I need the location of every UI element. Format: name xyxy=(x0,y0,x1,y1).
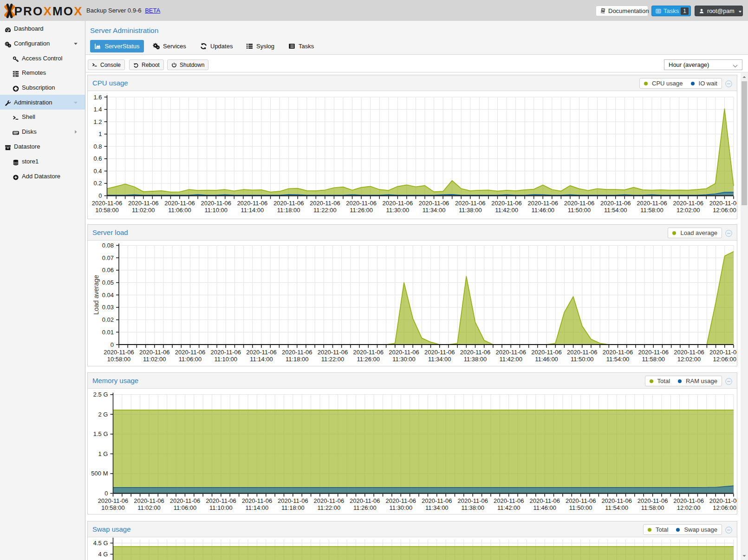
svg-text:2020-11-06: 2020-11-06 xyxy=(567,349,598,356)
svg-text:0.2: 0.2 xyxy=(93,180,102,187)
svg-text:2020-11-06: 2020-11-06 xyxy=(242,497,273,504)
svg-text:2020-11-06: 2020-11-06 xyxy=(175,349,206,356)
svg-text:2020-11-06: 2020-11-06 xyxy=(673,200,703,207)
svg-text:12:02:00: 12:02:00 xyxy=(676,207,700,214)
svg-text:2020-11-06: 2020-11-06 xyxy=(273,200,304,207)
svg-text:2020-11-06: 2020-11-06 xyxy=(491,200,522,207)
svg-text:11:42:00: 11:42:00 xyxy=(497,504,520,511)
svg-text:11:50:00: 11:50:00 xyxy=(571,356,594,363)
svg-text:0.08: 0.08 xyxy=(102,242,114,249)
svg-text:0.03: 0.03 xyxy=(102,304,114,311)
svg-text:2020-11-06: 2020-11-06 xyxy=(237,200,268,207)
svg-text:2020-11-06: 2020-11-06 xyxy=(206,497,236,504)
svg-text:0.05: 0.05 xyxy=(102,279,114,286)
svg-text:2020-11-06: 2020-11-06 xyxy=(674,349,704,356)
svg-text:11:54:00: 11:54:00 xyxy=(605,504,628,511)
svg-text:0.4: 0.4 xyxy=(93,168,102,175)
svg-text:11:42:00: 11:42:00 xyxy=(495,207,518,214)
svg-text:11:30:00: 11:30:00 xyxy=(389,504,412,511)
svg-text:11:54:00: 11:54:00 xyxy=(606,356,630,363)
svg-text:2020-11-06: 2020-11-06 xyxy=(318,349,348,356)
svg-text:12:02:00: 12:02:00 xyxy=(677,504,701,511)
svg-text:2020-11-06: 2020-11-06 xyxy=(278,497,308,504)
svg-text:2020-11-06: 2020-11-06 xyxy=(709,497,737,504)
svg-text:11:34:00: 11:34:00 xyxy=(423,207,446,214)
svg-text:2020-11-06: 2020-11-06 xyxy=(422,497,452,504)
svg-text:2020-11-06: 2020-11-06 xyxy=(201,200,231,207)
svg-text:0.06: 0.06 xyxy=(102,267,114,273)
svg-text:11:22:00: 11:22:00 xyxy=(321,356,345,363)
svg-text:0: 0 xyxy=(104,490,108,497)
svg-text:11:50:00: 11:50:00 xyxy=(569,504,592,511)
svg-text:2020-11-06: 2020-11-06 xyxy=(389,349,419,356)
svg-text:2020-11-06: 2020-11-06 xyxy=(246,349,277,356)
svg-text:11:02:00: 11:02:00 xyxy=(137,504,161,511)
svg-text:11:26:00: 11:26:00 xyxy=(353,504,377,511)
svg-text:2020-11-06: 2020-11-06 xyxy=(638,349,669,356)
svg-text:11:22:00: 11:22:00 xyxy=(318,504,341,511)
svg-text:0.04: 0.04 xyxy=(102,292,114,299)
svg-text:1.6: 1.6 xyxy=(93,94,102,101)
svg-text:11:10:00: 11:10:00 xyxy=(214,356,237,363)
svg-text:11:06:00: 11:06:00 xyxy=(174,504,197,511)
svg-text:2020-11-06: 2020-11-06 xyxy=(170,497,201,504)
svg-text:11:18:00: 11:18:00 xyxy=(281,504,305,511)
svg-text:12:06:00: 12:06:00 xyxy=(713,207,736,214)
svg-text:11:14:00: 11:14:00 xyxy=(250,356,273,363)
svg-text:2020-11-06: 2020-11-06 xyxy=(353,349,384,356)
svg-text:500 M: 500 M xyxy=(91,470,108,477)
svg-text:2020-11-06: 2020-11-06 xyxy=(310,200,340,207)
svg-text:Load average: Load average xyxy=(92,275,100,315)
svg-text:11:14:00: 11:14:00 xyxy=(246,504,269,511)
svg-text:11:30:00: 11:30:00 xyxy=(386,207,410,214)
svg-text:0.07: 0.07 xyxy=(102,254,114,261)
svg-text:11:38:00: 11:38:00 xyxy=(461,504,484,511)
svg-text:4.5 G: 4.5 G xyxy=(93,540,108,547)
svg-text:2 G: 2 G xyxy=(98,411,108,418)
svg-text:2020-11-06: 2020-11-06 xyxy=(383,200,413,207)
svg-text:2020-11-06: 2020-11-06 xyxy=(455,200,486,207)
svg-text:2020-11-06: 2020-11-06 xyxy=(210,349,241,356)
svg-text:11:10:00: 11:10:00 xyxy=(204,207,228,214)
svg-text:2020-11-06: 2020-11-06 xyxy=(494,497,524,504)
svg-text:11:46:00: 11:46:00 xyxy=(533,504,556,511)
svg-text:12:02:00: 12:02:00 xyxy=(677,356,701,363)
svg-text:11:38:00: 11:38:00 xyxy=(464,356,487,363)
svg-text:0.01: 0.01 xyxy=(102,329,114,336)
svg-text:11:18:00: 11:18:00 xyxy=(286,356,309,363)
svg-text:2020-11-06: 2020-11-06 xyxy=(495,349,526,356)
svg-text:11:02:00: 11:02:00 xyxy=(143,356,166,363)
svg-text:2020-11-06: 2020-11-06 xyxy=(531,349,562,356)
svg-text:PROXMOX: PROXMOX xyxy=(14,4,83,18)
svg-text:1.4: 1.4 xyxy=(93,106,102,113)
svg-text:11:26:00: 11:26:00 xyxy=(350,207,373,214)
svg-text:2020-11-06: 2020-11-06 xyxy=(564,200,595,207)
svg-text:2020-11-06: 2020-11-06 xyxy=(529,497,560,504)
svg-text:11:18:00: 11:18:00 xyxy=(277,207,300,214)
svg-text:12:06:00: 12:06:00 xyxy=(713,356,736,363)
svg-text:2.5 G: 2.5 G xyxy=(93,391,108,398)
svg-text:11:34:00: 11:34:00 xyxy=(425,504,449,511)
svg-text:2020-11-06: 2020-11-06 xyxy=(601,497,632,504)
svg-text:11:06:00: 11:06:00 xyxy=(168,207,191,214)
svg-text:2020-11-06: 2020-11-06 xyxy=(637,200,667,207)
svg-text:11:14:00: 11:14:00 xyxy=(241,207,264,214)
svg-text:10:58:00: 10:58:00 xyxy=(95,207,119,214)
svg-text:11:58:00: 11:58:00 xyxy=(642,356,665,363)
svg-text:2020-11-06: 2020-11-06 xyxy=(709,200,737,207)
svg-text:10:58:00: 10:58:00 xyxy=(101,504,125,511)
svg-text:0.8: 0.8 xyxy=(93,143,102,150)
svg-text:1: 1 xyxy=(98,130,102,137)
svg-text:11:46:00: 11:46:00 xyxy=(535,356,558,363)
svg-text:2020-11-06: 2020-11-06 xyxy=(603,349,633,356)
svg-text:2020-11-06: 2020-11-06 xyxy=(709,349,737,356)
svg-text:2020-11-06: 2020-11-06 xyxy=(350,497,380,504)
svg-text:11:34:00: 11:34:00 xyxy=(428,356,451,363)
svg-text:2020-11-06: 2020-11-06 xyxy=(673,497,704,504)
svg-text:2020-11-06: 2020-11-06 xyxy=(600,200,631,207)
svg-text:2020-11-06: 2020-11-06 xyxy=(134,497,164,504)
svg-text:2020-11-06: 2020-11-06 xyxy=(424,349,455,356)
svg-text:2020-11-06: 2020-11-06 xyxy=(457,497,488,504)
svg-text:0: 0 xyxy=(98,192,102,199)
svg-text:2020-11-06: 2020-11-06 xyxy=(164,200,195,207)
